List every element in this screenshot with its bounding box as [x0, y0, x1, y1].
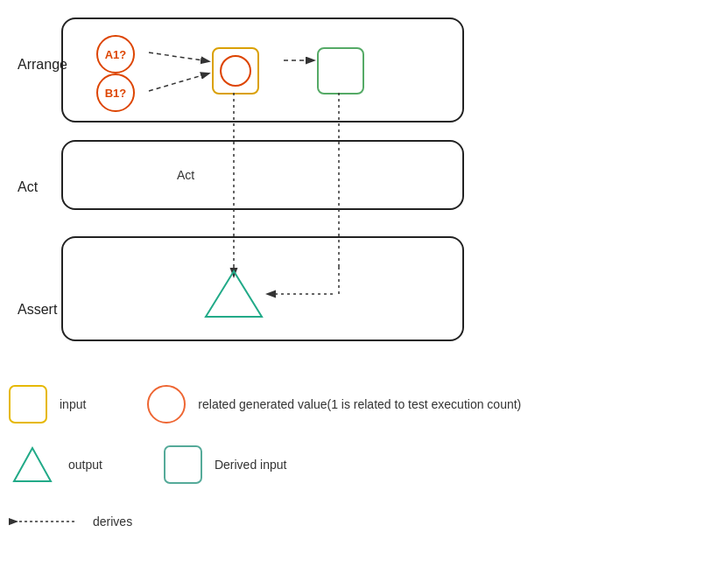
svg-marker-8: [14, 448, 51, 481]
act-box: Act: [61, 140, 464, 210]
legend-triangle: [9, 441, 56, 488]
legend-input-label: input: [60, 397, 86, 411]
arrange-label: Arrange: [18, 57, 67, 73]
legend-derives-item: derives: [9, 511, 132, 532]
legend-row-3: derives: [9, 508, 716, 532]
legend-output-item: output: [9, 441, 102, 488]
assert-label: Assert: [18, 302, 57, 318]
legend-input-item: input: [9, 385, 86, 424]
yellow-input-square: [212, 47, 259, 94]
arrange-box: A1? B1?: [61, 18, 464, 122]
legend-output-label: output: [68, 458, 102, 472]
legend-derived-label: Derived input: [215, 458, 287, 472]
legend-related-item: related generated value(1 is related to …: [147, 385, 521, 424]
legend-row-1: input related generated value(1 is relat…: [9, 385, 716, 424]
legend-red-circle: [147, 385, 186, 424]
legend-derived-item: Derived input: [164, 445, 287, 484]
green-derived-square: [317, 47, 364, 94]
legend-related-label: related generated value(1 is related to …: [198, 397, 521, 411]
legend-yellow-square: [9, 385, 47, 424]
inner-red-circle: [220, 55, 251, 87]
act-label: Act: [18, 179, 38, 195]
act-inner-label: Act: [177, 168, 194, 182]
legend-green-square: [164, 445, 202, 484]
derives-arrow-svg: [9, 511, 79, 532]
diagram-area: Arrange Act Assert A1? B1? Act: [9, 9, 716, 376]
a1-circle: A1?: [96, 35, 135, 74]
legend-row-2: output Derived input: [9, 441, 716, 488]
derives-text-label: derives: [93, 514, 132, 528]
b1-circle: B1?: [96, 74, 135, 112]
assert-box: [61, 236, 464, 341]
legend: input related generated value(1 is relat…: [9, 385, 716, 532]
